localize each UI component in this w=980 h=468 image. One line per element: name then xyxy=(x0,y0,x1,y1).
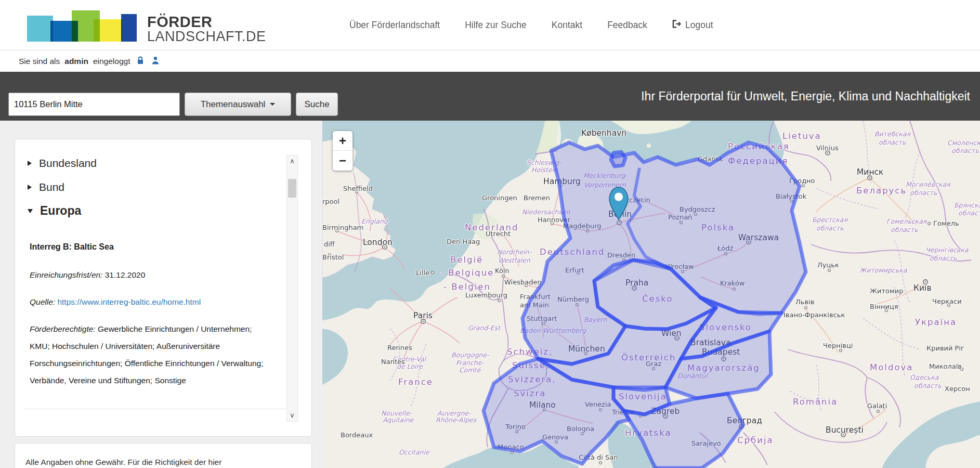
map-label: Baden-Württemberg xyxy=(520,327,586,334)
map-label: Bratislava xyxy=(690,338,730,347)
zoom-in-button[interactable]: + xyxy=(333,131,352,151)
map-label: München xyxy=(568,344,605,354)
map-label: Slovensko xyxy=(699,322,752,332)
map-label: Groningen xyxy=(482,194,517,202)
logo-square-yellow xyxy=(94,19,122,42)
themenauswahl-dropdown[interactable]: Themenauswahl xyxy=(185,93,291,116)
map-label: Кривий Ріг xyxy=(926,344,964,352)
map-label: Wiesbaden xyxy=(504,278,542,286)
map-label: Poznań xyxy=(668,213,692,221)
map-label: Чернівці xyxy=(823,342,853,349)
map-label: Moldova xyxy=(870,362,913,372)
map-label: Витебская xyxy=(874,130,910,138)
map-label: București xyxy=(826,425,864,435)
nav-hilfe-zur-suche[interactable]: Hilfe zur Suche xyxy=(465,20,527,31)
map-label: Львів xyxy=(795,298,814,306)
map-label: - Belgien xyxy=(443,282,491,292)
map-label: Kraków xyxy=(720,279,745,287)
nav-logout[interactable]: Logout xyxy=(672,20,713,31)
login-status-suffix: eingeloggt xyxy=(93,57,130,66)
map-label: Российская xyxy=(728,141,790,151)
location-search-input[interactable] xyxy=(8,93,180,116)
map-label: Monaco xyxy=(498,443,524,451)
chevron-down-icon xyxy=(28,209,33,213)
osm-map[interactable]: DeutschlandPolskaFranceУкраїнаБеларусьRo… xyxy=(322,121,980,468)
map-label: Galați xyxy=(867,402,887,410)
map-label: Genova xyxy=(542,433,568,441)
disclaimer-text: Alle Angaben ohne Gewähr. Für die Richti… xyxy=(15,444,311,468)
sidebar-scrollbar[interactable]: ∧ ∨ xyxy=(286,155,298,422)
map-label: Смоленская xyxy=(947,139,980,147)
map-label: diff xyxy=(324,240,335,248)
map-label: Schweiz, xyxy=(507,347,553,357)
map-label: Bourgogne- xyxy=(451,351,489,359)
map-label: область xyxy=(951,147,979,154)
map-label: Rhône-Alpes xyxy=(436,416,476,424)
map-label: Deutschland xyxy=(540,247,605,257)
map-label: Rennes xyxy=(387,344,412,352)
map-label: область xyxy=(914,382,942,389)
header: FÖRDER LANDSCHAFT.DE Über Förderlandscha… xyxy=(0,0,980,50)
map-label: rpool xyxy=(322,198,339,205)
map-label: Lietuva xyxy=(782,131,821,141)
map-label: область xyxy=(930,254,957,262)
map-labels: DeutschlandPolskaFranceУкраїнаБеларусьRo… xyxy=(322,121,980,468)
map-label: Черкаси xyxy=(932,297,962,305)
map-label: Hrvatska xyxy=(625,428,672,438)
map-label: Luxembourg xyxy=(465,291,507,299)
zoom-out-button[interactable]: − xyxy=(333,151,352,171)
map-label: область xyxy=(816,224,844,232)
map-label: - Belgique xyxy=(440,268,494,278)
map-label: Utrecht xyxy=(486,230,511,238)
entry-deadline: Einreichungsfrist/en: 31.12.2020 xyxy=(30,266,270,283)
nav-ueber-foerderlandschaft[interactable]: Über Förderlandschaft xyxy=(349,20,440,31)
map-label: Брянская xyxy=(954,201,980,209)
accordion-bund[interactable]: Bund xyxy=(28,181,64,193)
map-label: Svizzera, xyxy=(508,374,556,384)
user-icon[interactable] xyxy=(152,56,159,67)
map-label: England xyxy=(361,217,388,225)
search-bar: Themenauswahl Suche Ihr Förderportal für… xyxy=(0,72,980,121)
map-label: Svizra xyxy=(514,388,546,398)
map-label: область xyxy=(879,138,906,146)
logo-square-navy xyxy=(121,14,137,42)
entry-eligible: Förderberechtigte: Gewerbliche Einrichtu… xyxy=(30,320,270,389)
map-label: Гомель xyxy=(933,219,959,227)
map-label: Wrocław xyxy=(665,263,694,270)
map-label: Nantes xyxy=(381,358,405,366)
map-label: Sarajevo xyxy=(691,439,721,447)
entry-divider xyxy=(24,409,293,409)
chevron-right-icon xyxy=(28,161,32,166)
nav-feedback[interactable]: Feedback xyxy=(607,20,647,31)
logout-icon xyxy=(672,20,682,31)
map-label: Praha xyxy=(625,278,648,288)
map-label: Gdańsk xyxy=(698,155,723,163)
map-label: Федерация xyxy=(728,156,788,166)
accordion-bundesland[interactable]: Bundesland xyxy=(28,157,97,170)
map-label: Franche- xyxy=(456,359,484,367)
map-label: Беларусь xyxy=(856,186,907,196)
berlin-location-pin[interactable] xyxy=(609,186,629,223)
lock-icon[interactable] xyxy=(137,56,144,67)
login-status-bar: Sie sind als admin eingeloggt xyxy=(0,50,980,72)
scrollbar-down-icon[interactable]: ∨ xyxy=(287,410,297,421)
entry-source: Quelle: https://www.interreg-baltic.eu/h… xyxy=(30,293,270,310)
scrollbar-up-icon[interactable]: ∧ xyxy=(287,155,297,167)
accordion-europa[interactable]: Europa xyxy=(28,204,81,218)
map-label: Bristol xyxy=(322,253,344,261)
main-content: Bundesland Bund Europa Interreg B: Balti… xyxy=(0,121,980,468)
map-label: Hamburg xyxy=(543,177,581,186)
suche-button[interactable]: Suche xyxy=(296,93,338,116)
entry-source-link[interactable]: https://www.interreg-baltic.eu/home.html xyxy=(57,297,201,306)
map-label: Holstein xyxy=(531,166,558,174)
disclaimer-panel: Alle Angaben ohne Gewähr. Für die Richti… xyxy=(15,443,312,468)
map-label: Białystok xyxy=(776,192,806,200)
map-label: Житомирська xyxy=(859,266,907,274)
map-label: Westfalen xyxy=(498,256,530,264)
site-logo[interactable]: FÖRDER LANDSCHAFT.DE xyxy=(27,5,266,48)
nav-kontakt[interactable]: Kontakt xyxy=(552,20,582,31)
results-panel: Bundesland Bund Europa Interreg B: Balti… xyxy=(15,139,312,437)
map-label: Slovenija xyxy=(619,392,667,401)
map-label: Луцьк xyxy=(817,261,839,269)
scrollbar-thumb[interactable] xyxy=(288,179,296,198)
